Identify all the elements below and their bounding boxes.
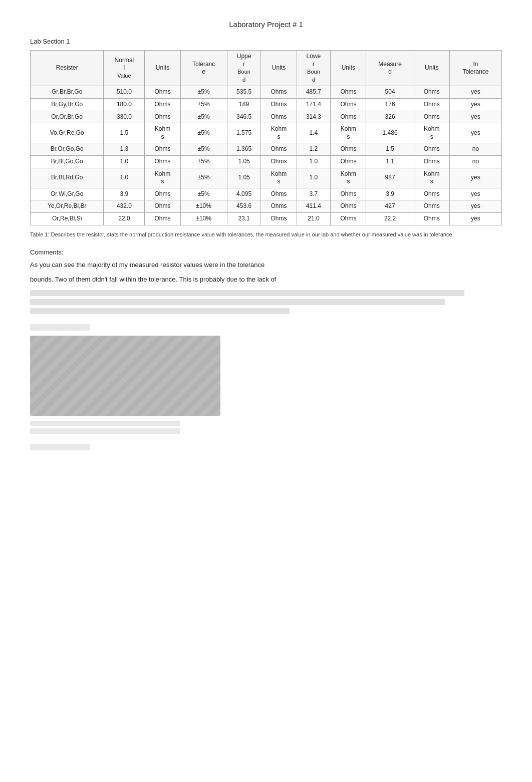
table-cell: 22.2 bbox=[366, 212, 414, 225]
blurred-line-3 bbox=[30, 308, 290, 314]
table-cell: 504 bbox=[366, 86, 414, 99]
table-cell: yes bbox=[449, 98, 501, 111]
table-cell: Ohms bbox=[145, 188, 180, 200]
table-cell: 1.486 bbox=[366, 123, 414, 143]
table-cell: Ohms bbox=[331, 155, 366, 168]
page-title: Laboratory Project # 1 bbox=[30, 20, 502, 29]
table-cell: 1.575 bbox=[227, 123, 261, 143]
table-cell: Ohms bbox=[261, 155, 297, 168]
table-cell: Ohms bbox=[414, 212, 449, 225]
blurred-line-2 bbox=[30, 299, 445, 305]
table-cell: yes bbox=[449, 86, 501, 99]
col-header-measured: Measured bbox=[366, 51, 414, 86]
table-cell: Ohms bbox=[331, 188, 366, 200]
table-cell: ±5% bbox=[180, 98, 227, 111]
table-cell: ±10% bbox=[180, 212, 227, 225]
table-cell: ±5% bbox=[180, 143, 227, 156]
table-cell: 485.7 bbox=[297, 86, 331, 99]
comments-heading: Comments: bbox=[30, 248, 502, 256]
table-cell: ±5% bbox=[180, 188, 227, 200]
table-cell: 1.0 bbox=[104, 168, 145, 188]
table-cell: 1.3 bbox=[104, 143, 145, 156]
table-cell: 1.0 bbox=[104, 155, 145, 168]
col-header-in-tolerance: InTolerance bbox=[449, 51, 501, 86]
table-cell: yes bbox=[449, 200, 501, 213]
table-cell: Ohms bbox=[261, 86, 297, 99]
table-cell: 3.9 bbox=[104, 188, 145, 200]
table-cell: 4.095 bbox=[227, 188, 261, 200]
table-cell: yes bbox=[449, 123, 501, 143]
comments-paragraph-1: As you can see the majority of my measur… bbox=[30, 260, 502, 271]
comments-paragraph-2: bounds. Two of them didn't fall within t… bbox=[30, 275, 502, 285]
table-cell: yes bbox=[449, 168, 501, 188]
col-header-lower: LowerBound bbox=[297, 51, 331, 86]
table-cell: 411.4 bbox=[297, 200, 331, 213]
col-header-normal: NormallValue bbox=[104, 51, 145, 86]
table-cell: Ohms bbox=[145, 111, 180, 123]
table-cell: Ohms bbox=[414, 155, 449, 168]
blurred-line-1 bbox=[30, 290, 464, 296]
table-cell: Br,Or,Go,Go bbox=[31, 143, 104, 156]
col-header-resister: Resister bbox=[31, 51, 104, 86]
table-cell: Ohms bbox=[414, 200, 449, 213]
col-header-tolerance: Tolerance bbox=[180, 51, 227, 86]
table-cell: 22.0 bbox=[104, 212, 145, 225]
table-cell: Ohms bbox=[331, 212, 366, 225]
table-cell: ±10% bbox=[180, 200, 227, 213]
table-cell: 1.05 bbox=[227, 168, 261, 188]
table-cell: Or,Re,Bl,Si bbox=[31, 212, 104, 225]
table-cell: Ohms bbox=[414, 98, 449, 111]
table-row: Ye,Or,Re,Bl,Br432.0Ohms±10%453.6Ohms411.… bbox=[31, 200, 502, 213]
image-caption-blurred-2 bbox=[30, 428, 180, 434]
table-cell: Kohms bbox=[145, 123, 180, 143]
table-cell: yes bbox=[449, 212, 501, 225]
table-cell: Kohms bbox=[331, 123, 366, 143]
table-cell: Ye,Or,Re,Bl,Br bbox=[31, 200, 104, 213]
table-cell: Ohms bbox=[261, 188, 297, 200]
table-cell: no bbox=[449, 143, 501, 156]
table-cell: Kohms bbox=[414, 123, 449, 143]
table-cell: ±5% bbox=[180, 86, 227, 99]
table-row: Gr,Br,Br,Go510.0Ohms±5%535.5Ohms485.7Ohm… bbox=[31, 86, 502, 99]
table-cell: yes bbox=[449, 188, 501, 200]
table-cell: Ohms bbox=[145, 155, 180, 168]
table-row: Or,Wi,Gr,Go3.9Ohms±5%4.095Ohms3.7Ohms3.9… bbox=[31, 188, 502, 200]
table-cell: 180.0 bbox=[104, 98, 145, 111]
table-cell: 535.5 bbox=[227, 86, 261, 99]
table-cell: Ohms bbox=[145, 98, 180, 111]
comments-section: Comments: As you can see the majority of… bbox=[30, 248, 502, 450]
table-cell: 1.365 bbox=[227, 143, 261, 156]
table-cell: Kohms bbox=[261, 123, 297, 143]
table-cell: 432.0 bbox=[104, 200, 145, 213]
table-row: Br,Or,Go,Go1.3Ohms±5%1.365Ohms1.2Ohms1.5… bbox=[31, 143, 502, 156]
table-cell: Ohms bbox=[331, 143, 366, 156]
col-header-units-1: Units bbox=[145, 51, 180, 86]
table-cell: 1.1 bbox=[366, 155, 414, 168]
table-cell: Ohms bbox=[414, 143, 449, 156]
table-row: Br,Bl,Rd,Go1.0Kohms±5%1.05Kohms1.0Kohms9… bbox=[31, 168, 502, 188]
blurred-text-section bbox=[30, 290, 502, 314]
table-row: Or,Or,Br,Go330.0Ohms±5%346.5Ohms314.3Ohm… bbox=[31, 111, 502, 123]
table-cell: 189 bbox=[227, 98, 261, 111]
table-cell: Gr,Br,Br,Go bbox=[31, 86, 104, 99]
table-cell: Kohms bbox=[145, 168, 180, 188]
table-cell: Ohms bbox=[145, 200, 180, 213]
table-cell: Br,Gy,Br,Go bbox=[31, 98, 104, 111]
table-cell: Ohms bbox=[331, 111, 366, 123]
table-cell: Or,Or,Br,Go bbox=[31, 111, 104, 123]
image-section-label-blurred bbox=[30, 324, 90, 331]
col-header-upper: UpperBound bbox=[227, 51, 261, 86]
table-cell: Ohms bbox=[145, 143, 180, 156]
table-cell: 3.7 bbox=[297, 188, 331, 200]
image-caption-blurred-1 bbox=[30, 421, 180, 426]
table-cell: Ohms bbox=[261, 98, 297, 111]
col-header-units-3: Units bbox=[331, 51, 366, 86]
table-cell: Br,Bl,Rd,Go bbox=[31, 168, 104, 188]
table-cell: 427 bbox=[366, 200, 414, 213]
table-cell: 987 bbox=[366, 168, 414, 188]
table-cell: Vo,Gr,Re,Go bbox=[31, 123, 104, 143]
table-cell: Kohms bbox=[414, 168, 449, 188]
table-cell: 1.05 bbox=[227, 155, 261, 168]
section-label: Lab Section 1 bbox=[30, 38, 502, 45]
extra-section-label-blurred bbox=[30, 444, 90, 450]
